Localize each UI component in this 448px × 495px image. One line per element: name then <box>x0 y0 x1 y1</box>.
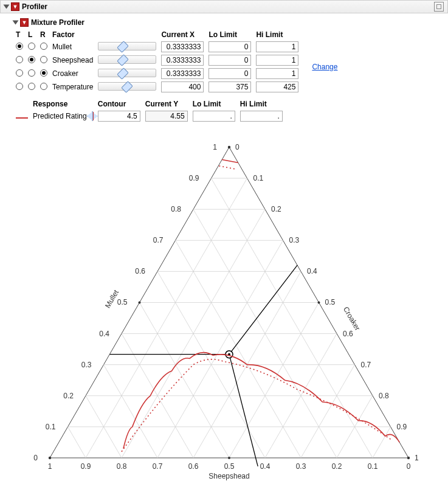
mixture-profiler-header: ▼ Mixture Profiler <box>13 17 441 29</box>
svg-text:0.4: 0.4 <box>260 462 271 471</box>
radio[interactable] <box>40 56 47 63</box>
svg-point-62 <box>49 457 51 459</box>
radio[interactable] <box>28 56 35 63</box>
svg-line-3 <box>86 178 247 458</box>
col-currenty: Current Y <box>143 99 190 109</box>
lolimit-input[interactable] <box>208 55 251 66</box>
svg-line-9 <box>157 240 283 458</box>
ternary-plot[interactable]: 0000.10.10.10.20.20.20.30.30.30.40.40.40… <box>13 129 441 490</box>
currentx-input[interactable] <box>161 55 204 66</box>
svg-text:0.1: 0.1 <box>46 423 56 431</box>
factor-slider[interactable] <box>98 69 156 77</box>
factor-slider[interactable] <box>98 42 156 50</box>
contour-input[interactable] <box>98 111 140 122</box>
disclosure-icon[interactable] <box>4 5 10 9</box>
svg-text:0.1: 0.1 <box>253 174 264 182</box>
radio[interactable] <box>40 69 47 77</box>
currentx-input[interactable] <box>161 81 204 92</box>
response-color-swatch <box>16 117 28 119</box>
hilimit-input[interactable] <box>256 68 298 79</box>
currentx-input[interactable] <box>161 41 204 52</box>
svg-text:0.8: 0.8 <box>117 462 127 471</box>
col-hilimit2: Hi Limit <box>238 99 285 109</box>
col-response: Response <box>30 99 89 109</box>
svg-text:0.6: 0.6 <box>188 462 199 471</box>
svg-text:0.3: 0.3 <box>81 361 92 369</box>
radio[interactable] <box>40 83 47 90</box>
radio[interactable] <box>16 83 23 90</box>
svg-text:0: 0 <box>33 454 38 462</box>
svg-line-14 <box>140 302 230 457</box>
disclosure-icon[interactable] <box>13 21 19 25</box>
col-r: R <box>38 29 50 40</box>
svg-text:0.3: 0.3 <box>289 236 300 244</box>
profiler-title: Profiler <box>22 2 47 11</box>
factor-row: Sheepshead <box>13 54 340 67</box>
radio[interactable] <box>28 83 35 90</box>
response-slider[interactable] <box>92 111 93 121</box>
factor-row: Croaker <box>13 67 340 80</box>
svg-text:0.9: 0.9 <box>397 423 407 431</box>
lolimit-input[interactable] <box>208 81 251 92</box>
col-l: L <box>26 29 38 40</box>
response-name: Predicted Rating <box>30 109 89 123</box>
svg-text:0.9: 0.9 <box>189 174 199 182</box>
svg-text:0.7: 0.7 <box>153 236 164 244</box>
svg-line-26 <box>68 427 86 458</box>
svg-text:0.6: 0.6 <box>135 267 145 275</box>
svg-point-66 <box>228 457 230 459</box>
svg-text:0.8: 0.8 <box>379 392 389 400</box>
change-link[interactable]: Change <box>312 63 337 71</box>
svg-text:0.5: 0.5 <box>325 298 336 306</box>
factor-name: Temperature <box>50 80 95 94</box>
outline-structure-icon[interactable] <box>434 2 444 12</box>
factor-name: Sheepshead <box>50 54 95 67</box>
response-row: Predicted Rating <box>13 109 285 123</box>
svg-text:0: 0 <box>407 462 411 471</box>
svg-text:Sheepshead: Sheepshead <box>208 472 249 480</box>
svg-text:0.5: 0.5 <box>224 462 235 471</box>
red-triangle-menu[interactable]: ▼ <box>11 2 19 11</box>
col-hilimit: Hi Limit <box>253 29 301 40</box>
radio[interactable] <box>16 56 23 63</box>
svg-point-64 <box>139 301 141 303</box>
radio[interactable] <box>28 43 35 50</box>
factor-slider[interactable] <box>98 82 156 91</box>
hilimit-input[interactable] <box>256 41 298 52</box>
svg-text:1: 1 <box>213 143 217 151</box>
col-lolimit: Lo Limit <box>206 29 253 40</box>
col-lolimit2: Lo Limit <box>190 99 238 109</box>
radio[interactable] <box>28 69 35 77</box>
svg-text:0.6: 0.6 <box>343 330 353 338</box>
svg-text:0.4: 0.4 <box>99 330 109 338</box>
hilimit-input[interactable] <box>256 81 298 92</box>
factor-name: Mullet <box>50 40 95 54</box>
radio[interactable] <box>40 43 47 50</box>
currenty-value <box>145 111 188 122</box>
col-currentx: Current X <box>159 29 206 40</box>
lolimit-input[interactable] <box>208 41 251 52</box>
col-t: T <box>13 29 26 40</box>
currentx-input[interactable] <box>161 68 204 79</box>
response-hilimit-input[interactable] <box>240 111 283 122</box>
red-triangle-menu[interactable]: ▼ <box>20 18 29 27</box>
svg-line-8 <box>176 240 302 458</box>
svg-text:1: 1 <box>415 454 419 462</box>
svg-text:0.9: 0.9 <box>81 462 91 471</box>
factor-slider[interactable] <box>98 55 156 64</box>
svg-point-63 <box>407 457 410 459</box>
svg-text:0.2: 0.2 <box>271 205 281 213</box>
response-lolimit-input[interactable] <box>193 111 235 122</box>
radio[interactable] <box>16 69 23 77</box>
svg-text:0.2: 0.2 <box>63 392 74 400</box>
col-factor: Factor <box>50 29 95 40</box>
hilimit-input[interactable] <box>256 55 298 66</box>
factor-row: MulletChange <box>13 40 340 54</box>
lolimit-input[interactable] <box>208 68 251 79</box>
svg-text:Croaker: Croaker <box>342 305 362 332</box>
radio[interactable] <box>16 43 23 50</box>
svg-text:0.7: 0.7 <box>153 462 163 471</box>
svg-line-15 <box>229 302 319 457</box>
svg-text:0.5: 0.5 <box>117 298 128 306</box>
svg-point-61 <box>228 146 230 148</box>
